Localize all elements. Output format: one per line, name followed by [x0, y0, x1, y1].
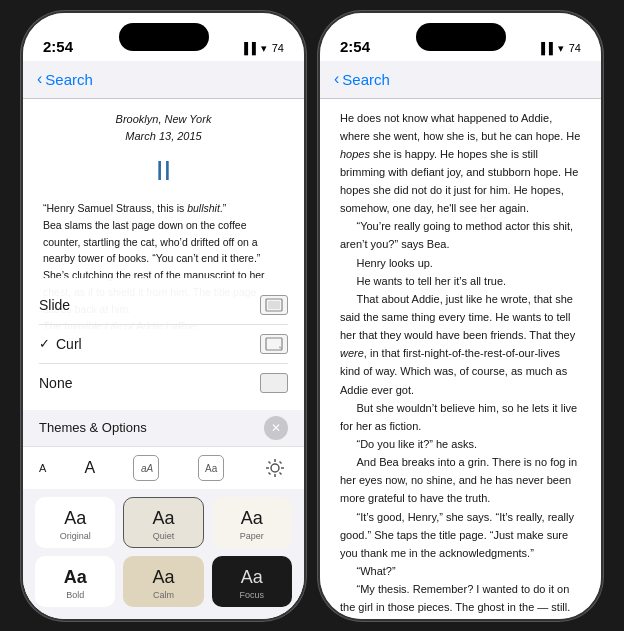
theme-aa-bold: Aa [64, 567, 87, 588]
theme-name-calm: Calm [153, 590, 174, 600]
slide-label: Slide [39, 297, 70, 313]
para-2: “You’re really going to method actor thi… [340, 217, 581, 253]
curl-icon [260, 334, 288, 354]
signal-icon: ▐▐ [240, 42, 256, 54]
dynamic-island-right [416, 23, 506, 51]
back-chevron-right: ‹ [334, 70, 339, 88]
back-button-right[interactable]: ‹ Search [334, 70, 390, 88]
themes-header: Themes & Options ✕ [23, 410, 304, 446]
dynamic-island [119, 23, 209, 51]
para-7: “Do you like it?” he asks. [340, 435, 581, 453]
slide-option-curl[interactable]: ✓ Curl [39, 325, 288, 364]
font-style-icon[interactable]: aA [133, 455, 159, 481]
nav-bar-right: ‹ Search [320, 61, 601, 99]
back-label-right: Search [342, 71, 390, 88]
status-icons-right: ▐▐ ▾ 74 [537, 42, 581, 55]
svg-text:Aa: Aa [205, 463, 218, 474]
battery-icon: 74 [272, 42, 284, 54]
para-10: “What?” [340, 562, 581, 580]
theme-card-paper[interactable]: Aa Paper [212, 497, 292, 548]
signal-icon-right: ▐▐ [537, 42, 553, 54]
font-controls-row: A A aA Aa [23, 446, 304, 489]
para-8: And Bea breaks into a grin. There is no … [340, 453, 581, 507]
right-phone: 2:54 ▐▐ ▾ 74 ‹ Search He does not know w… [318, 11, 603, 621]
svg-line-11 [279, 472, 281, 474]
status-time-right: 2:54 [340, 38, 370, 55]
font-small-label: A [39, 462, 46, 474]
para-4: He wants to tell her it’s all true. [340, 272, 581, 290]
font-large-label: A [85, 459, 96, 477]
reading-content: He does not know what happened to Addie,… [320, 99, 601, 621]
para-11: “My thesis. Remember? I wanted to do it … [340, 580, 581, 620]
close-button[interactable]: ✕ [264, 416, 288, 440]
theme-aa-paper: Aa [241, 508, 263, 529]
overlay-panel: Slide ✓ Curl None [23, 278, 304, 619]
theme-aa-quiet: Aa [152, 508, 174, 529]
slide-option-none[interactable]: None [39, 364, 288, 402]
para-5: That about Addie, just like he wrote, th… [340, 290, 581, 399]
slide-icon [260, 295, 288, 315]
svg-line-13 [268, 472, 270, 474]
back-label-left: Search [45, 71, 93, 88]
wifi-icon-right: ▾ [558, 42, 564, 55]
phones-container: 2:54 ▐▐ ▾ 74 ‹ Search Brooklyn, New York… [21, 11, 603, 621]
checkmark-icon: ✓ [39, 336, 50, 351]
wifi-icon: ▾ [261, 42, 267, 55]
theme-card-quiet[interactable]: Aa Quiet [123, 497, 203, 548]
back-button-left[interactable]: ‹ Search [37, 70, 93, 88]
svg-rect-1 [268, 301, 280, 309]
status-icons-left: ▐▐ ▾ 74 [240, 42, 284, 55]
svg-line-12 [279, 461, 281, 463]
para-1: He does not know what happened to Addie,… [340, 109, 581, 218]
brightness-icon[interactable] [262, 455, 288, 481]
battery-icon-right: 74 [569, 42, 581, 54]
theme-name-paper: Paper [240, 531, 264, 541]
theme-aa-calm: Aa [152, 567, 174, 588]
theme-grid: Aa Original Aa Quiet Aa Paper Aa Bold Aa [23, 489, 304, 619]
left-phone: 2:54 ▐▐ ▾ 74 ‹ Search Brooklyn, New York… [21, 11, 306, 621]
none-label: None [39, 375, 72, 391]
curl-label: ✓ Curl [39, 336, 82, 352]
theme-card-original[interactable]: Aa Original [35, 497, 115, 548]
themes-title: Themes & Options [39, 420, 147, 435]
svg-line-10 [268, 461, 270, 463]
theme-card-focus[interactable]: Aa Focus [212, 556, 292, 607]
nav-bar-left: ‹ Search [23, 61, 304, 99]
theme-name-bold: Bold [66, 590, 84, 600]
theme-aa-focus: Aa [241, 567, 263, 588]
book-location: Brooklyn, New York March 13, 2015 [43, 111, 284, 145]
para-6: But she wouldn’t believe him, so he lets… [340, 399, 581, 435]
theme-name-focus: Focus [240, 590, 265, 600]
status-time-left: 2:54 [43, 38, 73, 55]
theme-aa-original: Aa [64, 508, 86, 529]
none-icon [260, 373, 288, 393]
slide-options: Slide ✓ Curl None [23, 278, 304, 410]
font-serif-icon[interactable]: Aa [198, 455, 224, 481]
para-3: Henry looks up. [340, 254, 581, 272]
theme-name-original: Original [60, 531, 91, 541]
theme-name-quiet: Quiet [153, 531, 175, 541]
theme-card-calm[interactable]: Aa Calm [123, 556, 203, 607]
back-chevron-left: ‹ [37, 70, 42, 88]
slide-option-slide[interactable]: Slide [39, 286, 288, 325]
chapter-number: II [43, 149, 284, 192]
svg-point-5 [271, 464, 279, 472]
theme-card-bold[interactable]: Aa Bold [35, 556, 115, 607]
svg-text:aA: aA [141, 463, 153, 474]
para-9: “It’s good, Henry,” she says. “It’s real… [340, 508, 581, 562]
